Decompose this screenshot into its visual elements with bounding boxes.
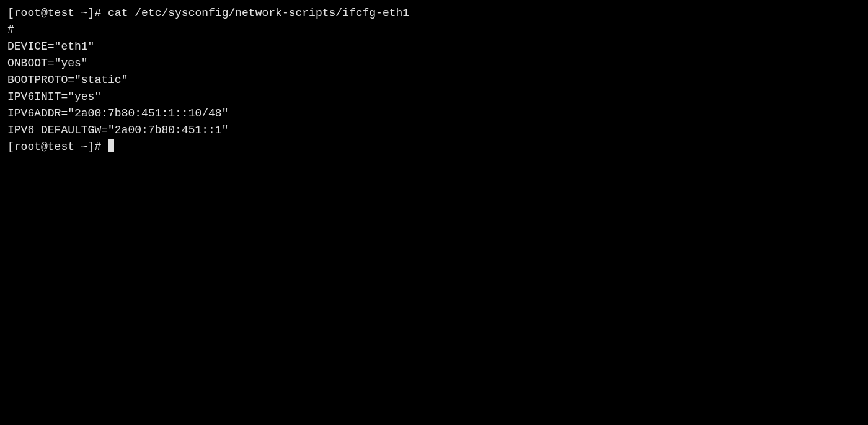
- output-line: ONBOOT="yes": [7, 55, 861, 72]
- command-line-2[interactable]: [root@test ~]#: [7, 139, 861, 156]
- terminal-window[interactable]: [root@test ~]# cat /etc/sysconfig/networ…: [7, 5, 861, 156]
- output-line: BOOTPROTO="static": [7, 72, 861, 89]
- shell-prompt: [root@test ~]#: [7, 141, 108, 153]
- output-line: IPV6_DEFAULTGW="2a00:7b80:451::1": [7, 122, 861, 139]
- command-text: cat /etc/sysconfig/network-scripts/ifcfg…: [108, 7, 409, 19]
- output-line: IPV6ADDR="2a00:7b80:451:1::10/48": [7, 105, 861, 122]
- output-line: #: [7, 22, 861, 38]
- output-line: IPV6INIT="yes": [7, 89, 861, 105]
- shell-prompt: [root@test ~]#: [7, 7, 108, 19]
- command-line-1: [root@test ~]# cat /etc/sysconfig/networ…: [7, 5, 861, 22]
- cursor-icon: [108, 139, 114, 152]
- output-line: DEVICE="eth1": [7, 38, 861, 55]
